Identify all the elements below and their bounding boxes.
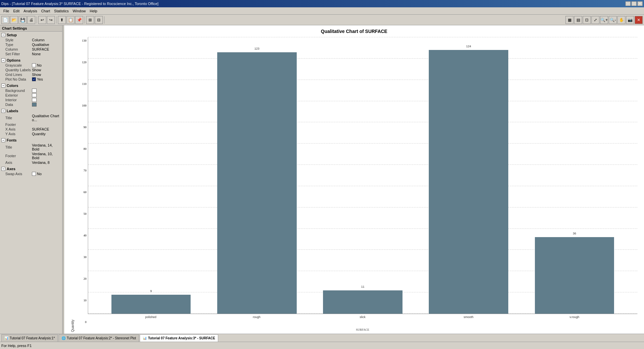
filter-button[interactable]: ⊞	[86, 16, 94, 24]
swapaxis-checkbox[interactable]: No	[32, 172, 42, 176]
x-label-slick: slick	[310, 314, 415, 327]
tab-1[interactable]: 📊 Tutorial 07 Feature Analysis:1*	[1, 334, 58, 342]
style-value: Column	[32, 38, 45, 42]
setup-icon: −	[1, 33, 5, 37]
maximize-button[interactable]: □	[631, 1, 637, 6]
yaxis-label: Y Axis	[5, 132, 32, 136]
pan-button[interactable]: ✋	[617, 16, 625, 24]
menu-file[interactable]: File	[1, 8, 11, 14]
grayscale-checkbox[interactable]: No	[32, 63, 42, 67]
swapaxis-label: Swap Axis	[5, 172, 32, 176]
colors-title: − Colors	[0, 83, 62, 88]
labels-section: − Labels Title Qualitative Chart o... Fo…	[0, 108, 62, 137]
footer-row: Footer	[0, 122, 62, 127]
ytick-70: 70	[76, 169, 88, 172]
ytick-40: 40	[76, 234, 88, 237]
grayscale-row: Grayscale No	[0, 63, 62, 68]
yaxis-row: Y Axis Quantity	[0, 132, 62, 136]
tab-3-icon: 📊	[143, 336, 147, 340]
plotnodata-checkbox[interactable]: Yes	[32, 77, 43, 81]
font-axis-row: Axis Verdana, 8	[0, 160, 62, 165]
bar-v.rough[interactable]: 36	[535, 237, 614, 314]
quantitylabels-value: Show	[32, 68, 41, 72]
tab-2[interactable]: 🌐 Tutorial 07 Feature Analysis:2* - Ster…	[59, 334, 139, 342]
swapaxis-row: Swap Axis No	[0, 172, 62, 176]
ytick-100: 100	[76, 104, 88, 107]
swapaxis-box[interactable]	[32, 172, 36, 176]
bar-polished[interactable]: 9	[111, 295, 191, 314]
x-axis-title: SURFACE	[88, 327, 637, 332]
title-text: Dips - [Tutorial 07 Feature Analysis:3* …	[1, 2, 158, 6]
column-label: Column	[5, 47, 32, 51]
swapaxis-value: No	[37, 172, 42, 176]
bar-slick[interactable]: 11	[323, 290, 402, 314]
interior-color[interactable]	[32, 98, 37, 102]
exterior-row: Exterior	[0, 93, 62, 98]
tab-3[interactable]: 📊 Tutorial 07 Feature Analysis:3* - SURF…	[140, 334, 218, 342]
setfilter-value: None	[32, 52, 41, 56]
x-label-v.rough: v.rough	[522, 314, 627, 327]
column-value: SURFACE	[32, 47, 49, 51]
gridlines-value: Show	[32, 73, 41, 77]
menu-statistics[interactable]: Statistics	[52, 8, 71, 14]
bar-group-rough: 123	[204, 37, 310, 314]
x-label-rough: rough	[204, 314, 309, 327]
view2-button[interactable]: ▤	[574, 16, 582, 24]
export-button[interactable]: ⬆	[58, 16, 66, 24]
open-button[interactable]: 📂	[10, 16, 18, 24]
x-label-smooth: smooth	[415, 314, 521, 327]
bar-label-smooth: 124	[466, 45, 471, 48]
menu-help[interactable]: Help	[88, 8, 99, 14]
ytick-20: 20	[76, 277, 88, 280]
labels-title: − Labels	[0, 108, 62, 114]
zoom-in-button[interactable]: 🔍+	[600, 16, 608, 24]
tab-3-label: Tutorial 07 Feature Analysis:3* - SURFAC…	[148, 336, 215, 340]
filter2-button[interactable]: ⊟	[95, 16, 103, 24]
font-title-row: Title Verdana, 14, Bold	[0, 143, 62, 152]
bar-label-polished: 9	[150, 289, 152, 293]
plotnodata-label: Plot No Data	[5, 77, 32, 81]
view1-button[interactable]: ▦	[565, 16, 573, 24]
exterior-color[interactable]	[32, 93, 37, 97]
menu-chart[interactable]: Chart	[39, 8, 52, 14]
grayscale-box[interactable]	[32, 63, 36, 67]
menu-window[interactable]: Window	[71, 8, 88, 14]
plotnodata-box[interactable]	[32, 77, 36, 81]
menu-analysis[interactable]: Analysis	[22, 8, 39, 14]
bar-group-slick: 11	[310, 37, 415, 314]
copy-button[interactable]: 📋	[67, 16, 75, 24]
fit-button[interactable]: ⤢	[591, 16, 599, 24]
paste-button[interactable]: 📌	[75, 16, 83, 24]
gridlines-label: Grid Lines	[5, 73, 32, 77]
x-axis-labels: polishedroughslicksmoothv.rough	[88, 314, 637, 327]
ytick-30: 30	[76, 255, 88, 259]
toolbar-sep-3	[84, 16, 85, 24]
camera-button[interactable]: 📷	[626, 16, 634, 24]
ytick-120: 120	[76, 61, 88, 64]
minimize-button[interactable]: ─	[625, 1, 631, 6]
view3-button[interactable]: ⊡	[583, 16, 591, 24]
bg-color[interactable]	[32, 89, 37, 93]
data-color[interactable]	[32, 103, 37, 107]
title-label-l: Title	[5, 116, 32, 120]
ytick-80: 80	[76, 147, 88, 151]
bar-label-rough: 123	[254, 47, 259, 50]
tab-2-icon: 🌐	[62, 336, 66, 340]
undo-button[interactable]: ↩	[38, 16, 46, 24]
bar-rough[interactable]: 123	[217, 52, 297, 314]
status-text: For Help, press F1	[1, 344, 32, 348]
ytick-130: 130	[76, 39, 88, 42]
print-button[interactable]: 🖨	[27, 16, 35, 24]
chart-area: Qualitative Chart of SURFACE Quantity 0 …	[64, 25, 644, 334]
zoom-out-button[interactable]: 🔍-	[609, 16, 617, 24]
main-area: Chart Settings − Setup Style Column Type…	[0, 25, 644, 334]
footer-label: Footer	[5, 123, 32, 127]
close-button[interactable]: ✕	[637, 1, 643, 6]
style-row: Style Column	[0, 38, 62, 42]
menu-edit[interactable]: Edit	[11, 8, 22, 14]
close-chart-button[interactable]: ✕	[635, 16, 643, 24]
redo-button[interactable]: ↪	[47, 16, 55, 24]
new-button[interactable]: 📄	[1, 16, 9, 24]
bar-smooth[interactable]: 124	[429, 50, 508, 314]
save-button[interactable]: 💾	[19, 16, 27, 24]
